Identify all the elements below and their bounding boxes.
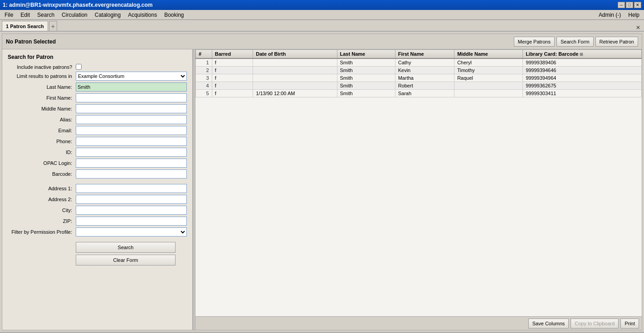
col-resize-icon[interactable]: ⊞ xyxy=(580,52,583,57)
col-header-num[interactable]: # xyxy=(196,50,212,59)
opac-login-input[interactable] xyxy=(76,159,187,168)
menu-circulation[interactable]: Circulation xyxy=(59,11,90,19)
include-inactive-label: Include inactive patrons? xyxy=(8,64,76,70)
tab-bar: 1 Patron Search + ✕ xyxy=(0,20,644,32)
results-bottom-bar: Save Columns Copy to Clipboard Print xyxy=(195,316,642,330)
first-name-input[interactable] xyxy=(76,93,187,102)
zip-input[interactable] xyxy=(76,217,187,226)
menu-cataloging[interactable]: Cataloging xyxy=(92,11,123,19)
search-panel-title: Search for Patron xyxy=(8,54,187,60)
cell-dob xyxy=(253,82,337,90)
address1-input[interactable] xyxy=(76,184,187,193)
menu-booking[interactable]: Booking xyxy=(161,11,186,19)
menu-file[interactable]: File xyxy=(2,11,16,19)
middle-name-input[interactable] xyxy=(76,104,187,113)
cell-firstname: Sarah xyxy=(395,90,454,97)
maximize-button[interactable]: □ xyxy=(626,2,633,8)
include-inactive-checkbox[interactable] xyxy=(76,64,82,70)
cell-barcode: 99999303411 xyxy=(523,90,642,97)
phone-label: Phone: xyxy=(8,139,76,144)
cell-barred: f xyxy=(212,82,253,90)
menu-edit[interactable]: Edit xyxy=(18,11,33,19)
cell-middlename: Timothy xyxy=(454,67,523,74)
title-text: 1: admin@BR1-winxpvmfx.phasefx.evergreen… xyxy=(3,2,152,8)
email-input[interactable] xyxy=(76,126,187,135)
close-window-button[interactable]: ✕ xyxy=(634,2,641,8)
alias-label: Alias: xyxy=(8,117,76,122)
city-label: City: xyxy=(8,208,76,213)
address2-row: Address 2: xyxy=(8,195,187,204)
col-header-firstname[interactable]: First Name xyxy=(395,50,454,59)
cell-num: 4 xyxy=(196,82,212,90)
alias-input[interactable] xyxy=(76,115,187,124)
cell-barred: f xyxy=(212,67,253,74)
id-label: ID: xyxy=(8,150,76,155)
limit-results-select[interactable]: Example Consortium Branch 1 Branch 2 xyxy=(76,72,187,81)
col-header-barcode[interactable]: Library Card: Barcode ⊞ xyxy=(523,50,642,59)
tab-close-icon[interactable]: ✕ xyxy=(634,24,642,31)
table-row[interactable]: 3 f Smith Martha Raquel 99999394964 xyxy=(196,74,642,82)
col-header-barred[interactable]: Barred xyxy=(212,50,253,59)
cell-dob xyxy=(253,67,337,74)
save-columns-button[interactable]: Save Columns xyxy=(528,319,569,328)
cell-firstname: Cathy xyxy=(395,58,454,67)
col-header-lastname[interactable]: Last Name xyxy=(337,50,395,59)
retrieve-patron-button[interactable]: Retrieve Patron xyxy=(595,37,638,47)
table-row[interactable]: 4 f Smith Robert 99999362675 xyxy=(196,82,642,90)
table-row[interactable]: 2 f Smith Kevin Timothy 99999394646 xyxy=(196,67,642,74)
menu-admin[interactable]: Admin (-) xyxy=(596,11,624,19)
first-name-row: First Name: xyxy=(8,93,187,102)
cell-lastname: Smith xyxy=(337,74,395,82)
email-row: Email: xyxy=(8,126,187,135)
cell-barred: f xyxy=(212,58,253,67)
body-split: Search for Patron Include inactive patro… xyxy=(2,49,642,330)
id-input[interactable] xyxy=(76,148,187,157)
cell-lastname: Smith xyxy=(337,90,395,97)
table-row[interactable]: 1 f Smith Cathy Cheryl 99999389406 xyxy=(196,58,642,67)
last-name-input[interactable] xyxy=(76,82,187,92)
table-row[interactable]: 5 f 1/13/90 12:00 AM Smith Sarah 9999930… xyxy=(196,90,642,97)
last-name-label: Last Name: xyxy=(8,84,76,90)
tab-patron-search[interactable]: 1 Patron Search xyxy=(2,21,48,31)
cell-middlename xyxy=(454,82,523,90)
zip-row: ZIP: xyxy=(8,217,187,226)
cell-dob xyxy=(253,58,337,67)
menu-acquisitions[interactable]: Acquisitions xyxy=(125,11,160,19)
barcode-input[interactable] xyxy=(76,169,187,179)
minimize-button[interactable]: ─ xyxy=(618,2,625,8)
filter-permission-select[interactable] xyxy=(76,227,187,236)
city-input[interactable] xyxy=(76,206,187,215)
menu-help[interactable]: Help xyxy=(625,11,642,19)
filter-permission-row: Filter by Permission Profile: xyxy=(8,227,187,236)
cell-barcode: 99999389406 xyxy=(523,58,642,67)
results-table-container: # Barred Date of Birth Last Name First N… xyxy=(195,49,642,316)
filter-permission-label: Filter by Permission Profile: xyxy=(8,229,76,235)
address2-input[interactable] xyxy=(76,195,187,204)
merge-patrons-button[interactable]: Merge Patrons xyxy=(514,37,555,47)
search-form-button[interactable]: Search Form xyxy=(556,37,594,47)
middle-name-row: Middle Name: xyxy=(8,104,187,113)
tab-add-button[interactable]: + xyxy=(49,21,57,31)
title-controls: ─ □ ✕ xyxy=(618,2,641,8)
menu-bar: File Edit Search Circulation Cataloging … xyxy=(0,10,644,20)
cell-barcode: 99999362675 xyxy=(523,82,642,90)
cell-num: 1 xyxy=(196,58,212,67)
phone-row: Phone: xyxy=(8,137,187,146)
search-button[interactable]: Search xyxy=(76,242,176,253)
cell-barcode: 99999394964 xyxy=(523,74,642,82)
col-header-dob[interactable]: Date of Birth xyxy=(253,50,337,59)
phone-input[interactable] xyxy=(76,137,187,146)
cell-num: 2 xyxy=(196,67,212,74)
cell-dob xyxy=(253,74,337,82)
cell-middlename: Raquel xyxy=(454,74,523,82)
opac-login-row: OPAC Login: xyxy=(8,159,187,168)
clear-form-button[interactable]: Clear Form xyxy=(76,255,176,265)
copy-clipboard-button[interactable]: Copy to Clipboard xyxy=(571,319,619,328)
col-header-middlename[interactable]: Middle Name xyxy=(454,50,523,59)
search-buttons: Search Clear Form xyxy=(8,242,187,265)
menu-search[interactable]: Search xyxy=(34,11,57,19)
print-button[interactable]: Print xyxy=(620,319,639,328)
results-table: # Barred Date of Birth Last Name First N… xyxy=(195,49,642,97)
cell-firstname: Kevin xyxy=(395,67,454,74)
header-buttons: Merge Patrons Search Form Retrieve Patro… xyxy=(514,37,638,47)
